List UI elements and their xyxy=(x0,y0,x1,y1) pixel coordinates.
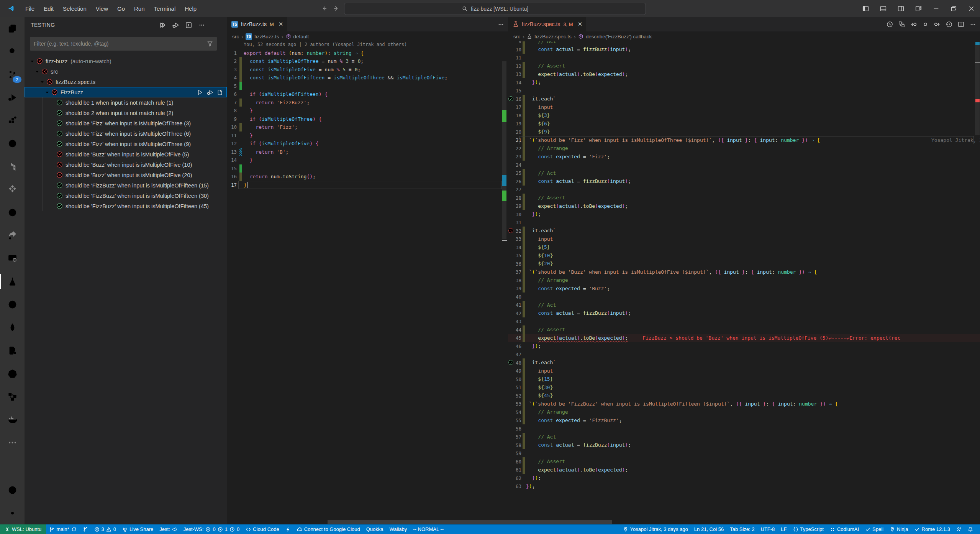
code-line-57[interactable]: 57 // Act xyxy=(508,433,980,441)
menu-run[interactable]: Run xyxy=(129,0,149,17)
test-item-should-be-buzz-when-input-is-ismultipleo[interactable]: should be 'Buzz' when input is isMultipl… xyxy=(25,170,227,180)
arrow-right-icon[interactable] xyxy=(333,5,339,12)
code-line-44[interactable]: 44 // Assert xyxy=(508,325,980,334)
test-item-should-be-fizz-when-input-is-ismultipleo[interactable]: should be 'Fizz' when input is isMultipl… xyxy=(25,118,227,128)
status-notifications[interactable] xyxy=(965,524,976,534)
hscrollbar-right[interactable] xyxy=(508,520,612,524)
activity-explorer[interactable] xyxy=(0,17,25,40)
breadcrumbs-left[interactable]: src›TSfizzBuzz.ts›default xyxy=(227,31,508,41)
run-all-icon[interactable] xyxy=(158,20,167,30)
code-line-17[interactable]: 17} xyxy=(227,181,508,189)
code-line-58[interactable]: 58 const actual = fizzBuzz(input); xyxy=(508,441,980,449)
code-line-8[interactable]: 8 } xyxy=(227,107,508,115)
code-line-7[interactable]: 7 return 'FizzBuzz'; xyxy=(227,99,508,107)
test-item-should-be-fizz-when-input-is-ismultipleo[interactable]: should be 'Fizz' when input is isMultipl… xyxy=(25,128,227,139)
test-item-should-be-buzz-when-input-is-ismultipleo[interactable]: should be 'Buzz' when input is isMultipl… xyxy=(25,159,227,170)
status-eol[interactable]: LF xyxy=(778,524,790,534)
code-line-20[interactable]: 20 ${9} xyxy=(508,128,980,136)
activity-extensions[interactable] xyxy=(0,109,25,132)
code-line-9[interactable]: 9 // Act xyxy=(508,41,980,45)
layout-sidebar-right-icon[interactable] xyxy=(892,0,910,17)
code-line-17[interactable]: 17 input xyxy=(508,103,980,112)
activity-kubernetes[interactable] xyxy=(0,362,25,385)
code-line-15[interactable]: 15 xyxy=(508,87,980,95)
status-spell[interactable]: Spell xyxy=(862,524,887,534)
filter-icon[interactable] xyxy=(207,41,213,47)
code-line-63[interactable]: 63}); xyxy=(508,482,980,491)
code-line-31[interactable]: 31 xyxy=(508,219,980,227)
breadcrumb-item[interactable]: default xyxy=(293,34,309,39)
open-panel-icon[interactable] xyxy=(184,20,193,30)
twistie-icon[interactable] xyxy=(38,79,46,85)
gitlens-authors-lens[interactable]: You, 52 seconds ago | 2 authors (Yosapol… xyxy=(227,41,508,49)
code-line-6[interactable]: 6 if (isMultipleOfFifteen) { xyxy=(227,90,508,99)
code-line-32[interactable]: 32 it.each` xyxy=(508,227,980,235)
code-line-23[interactable]: 23 const expected = 'Fizz'; xyxy=(508,153,980,161)
code-line-35[interactable]: 35 ${10} xyxy=(508,251,980,260)
status-ninja[interactable]: Ninja xyxy=(887,524,911,534)
status-indentation[interactable]: Tab Size: 2 xyxy=(727,524,757,534)
status-gitlens-blame[interactable]: Yosapol Jitrak, 3 days ago xyxy=(620,524,691,534)
code-line-61[interactable]: 61 expect(actual).toBe(expected); xyxy=(508,466,980,474)
code-line-16[interactable]: 16 return num.toString(); xyxy=(227,173,508,181)
activity-terraform[interactable] xyxy=(0,155,25,178)
status-vim-mode[interactable]: -- NORMAL -- xyxy=(410,524,447,534)
activity-mongodb[interactable] xyxy=(0,316,25,339)
code-line-5[interactable]: 5 xyxy=(227,82,508,90)
open-change-icon[interactable] xyxy=(922,21,929,28)
test-item-should-be-1-when-input-is-not-match-rule[interactable]: should be 1 when input is not match rule… xyxy=(25,97,227,108)
code-line-34[interactable]: 34 ${5} xyxy=(508,243,980,251)
more-icon[interactable] xyxy=(970,21,976,28)
more-icon[interactable] xyxy=(498,21,504,28)
run-icon[interactable] xyxy=(197,89,203,95)
test-item-fizz-buzz[interactable]: fizz-buzz(auto-run-watch) xyxy=(25,56,227,66)
close-icon[interactable] xyxy=(962,0,980,17)
editor-right[interactable]: 9 // Act10 const actual = fizzBuzz(input… xyxy=(508,41,980,520)
code-line-37[interactable]: 37 `(`should be 'Buzz' when input is isM… xyxy=(508,268,980,276)
activity-diamonds[interactable] xyxy=(0,178,25,201)
code-line-53[interactable]: 53 `(`should be 'FizzBuzz' when input is… xyxy=(508,400,980,408)
arrow-left-icon[interactable] xyxy=(321,5,327,12)
status-remote-indicator[interactable]: WSL: Ubuntu xyxy=(0,524,46,534)
breadcrumb-item[interactable]: fizzBuzz.ts xyxy=(254,34,279,39)
twistie-icon[interactable] xyxy=(33,69,41,74)
code-line-29[interactable]: 29 expect(actual).toBe(expected); xyxy=(508,202,980,210)
code-line-10[interactable]: 10 return 'Fizz'; xyxy=(227,123,508,131)
code-line-45[interactable]: 45 expect(actual).toBe(expected);FizzBuz… xyxy=(508,334,980,342)
code-line-21[interactable]: 21 `(`should be 'Fizz' when input is isM… xyxy=(508,136,980,145)
tab-fizzBuzz.spec.ts[interactable]: fizzBuzz.spec.ts3, M✕ xyxy=(508,17,586,31)
debug-all-icon[interactable] xyxy=(171,20,180,30)
breadcrumb-item[interactable]: src xyxy=(513,34,520,39)
goto-file-icon[interactable] xyxy=(217,89,223,95)
file-history-icon[interactable] xyxy=(946,21,952,28)
code-line-41[interactable]: 41 // Act xyxy=(508,301,980,309)
tab-fizzBuzz.ts[interactable]: TSfizzBuzz.tsM✕ xyxy=(227,17,287,31)
menu-view[interactable]: View xyxy=(91,0,113,17)
tab-close-icon[interactable]: ✕ xyxy=(578,21,583,28)
status-git-branch[interactable]: main* xyxy=(46,524,79,534)
code-line-19[interactable]: 19 ${6} xyxy=(508,120,980,128)
code-line-16[interactable]: 16 it.each` xyxy=(508,95,980,103)
tab-close-icon[interactable]: ✕ xyxy=(279,21,284,28)
test-item-should-be-2-when-input-is-not-match-rule[interactable]: should be 2 when input is not match rule… xyxy=(25,108,227,118)
status-gitlens-branch[interactable] xyxy=(80,524,91,534)
code-line-33[interactable]: 33 input xyxy=(508,235,980,243)
status-language-mode[interactable]: TypeScript xyxy=(790,524,827,534)
code-line-52[interactable]: 52 ${45} xyxy=(508,391,980,400)
twistie-icon[interactable] xyxy=(43,90,51,95)
status-live-share[interactable]: Live Share xyxy=(119,524,156,534)
code-line-62[interactable]: 62 }); xyxy=(508,474,980,482)
status-wallaby[interactable]: Wallaby xyxy=(387,524,410,534)
menu-go[interactable]: Go xyxy=(113,0,129,17)
status-codium-ai[interactable]: CodiumAI xyxy=(827,524,862,534)
editor-left[interactable]: You, 52 seconds ago | 2 authors (Yosapol… xyxy=(227,41,508,520)
activity-more[interactable] xyxy=(0,431,25,454)
code-line-4[interactable]: 4 const isMultipleOfFifteen = isMultiple… xyxy=(227,74,508,82)
more-icon[interactable] xyxy=(197,20,206,30)
code-line-42[interactable]: 42 const actual = fizzBuzz(input); xyxy=(508,309,980,317)
status-google-cloud[interactable]: Connect to Google Cloud xyxy=(294,524,363,534)
code-line-24[interactable]: 24 xyxy=(508,161,980,169)
debug-run-icon[interactable] xyxy=(207,89,213,95)
activity-search[interactable] xyxy=(0,40,25,63)
test-item-should-be-fizzbuzz-when-input-is-ismulti[interactable]: should be 'FizzBuzz' when input is isMul… xyxy=(25,201,227,211)
